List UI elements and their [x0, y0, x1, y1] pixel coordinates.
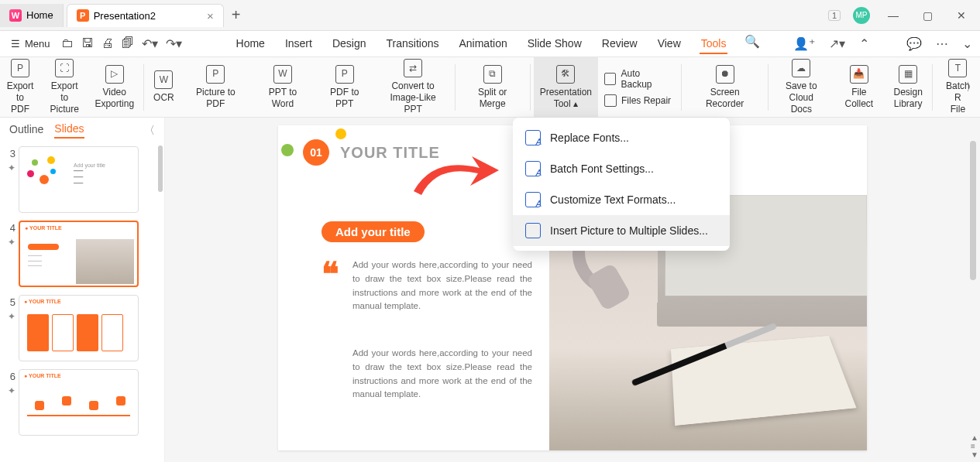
menu-button[interactable]: ☰ Menu [11, 38, 50, 50]
collapse-ribbon-icon[interactable]: ⌃ [859, 36, 869, 51]
quote-icon: ❝ [322, 255, 339, 293]
video-icon: ▷ [105, 65, 124, 84]
thumb-row: 6✦ ● YOUR TITLE [2, 369, 160, 436]
convert-imagelike-button[interactable]: ⇄Convert to Image-Like PPT [375, 57, 452, 117]
export-to-pdf-button[interactable]: PExport to PDF [0, 57, 40, 117]
design-library-button[interactable]: ▦Design Library [887, 57, 928, 117]
print-icon[interactable]: 🖨 [101, 36, 114, 51]
pdf-to-ppt-button[interactable]: PPDF to PPT [315, 57, 375, 117]
comments-icon[interactable]: 💬 [906, 36, 922, 51]
ribbon-bar: ☰ Menu 🗀 🖫 🖨 🗐 ↶▾ ↷▾ Home Insert Design … [0, 31, 980, 57]
main-area: Outline Slides 〈 3✦ Add your title━━━━━━… [0, 118, 980, 462]
save-icon[interactable]: 🖫 [81, 36, 94, 51]
text-format-icon [525, 192, 541, 207]
tab-document-label: Presentation2 [94, 10, 156, 22]
animation-indicator-icon: ✦ [8, 237, 15, 248]
font-settings-icon [525, 161, 541, 176]
tab-home-ribbon[interactable]: Home [235, 34, 266, 54]
word-icon: W [273, 65, 292, 84]
redo-icon[interactable]: ↷▾ [166, 36, 182, 51]
open-folder-icon[interactable]: 🗀 [61, 36, 74, 51]
batch-font-settings-item[interactable]: Batch Font Settings... [513, 153, 730, 184]
animation-indicator-icon: ✦ [8, 385, 15, 396]
tab-document[interactable]: P Presentation2 × [67, 4, 224, 27]
tab-home[interactable]: W Home [0, 4, 64, 27]
close-window-button[interactable]: ✕ [951, 9, 972, 22]
user-add-icon[interactable]: 👤⁺ [793, 36, 815, 51]
ocr-button[interactable]: WOCR [147, 57, 181, 117]
save-cloud-button[interactable]: ☁Save to Cloud Docs [772, 57, 830, 117]
close-tab-icon[interactable]: × [207, 9, 214, 22]
slide-thumbnail-6[interactable]: ● YOUR TITLE [19, 369, 139, 436]
slide-number: 6 [10, 371, 15, 382]
slide-thumbnail-5[interactable]: ● YOUR TITLE [19, 295, 139, 361]
backup-repair-group: Auto Backup Files Repair [598, 68, 678, 107]
wps-logo-icon: W [9, 9, 22, 22]
slide-thumbnail-4[interactable]: ● YOUR TITLE ━━━━━━━━━━━━━━━━━━ [19, 221, 139, 287]
share-icon[interactable]: ↗▾ [829, 36, 845, 51]
split-merge-button[interactable]: ⧉Split or Merge [459, 57, 527, 117]
presentation-tool-dropdown: Replace Fonts... Batch Font Settings... … [513, 118, 730, 251]
export-to-picture-button[interactable]: ⛶Export to Picture [40, 57, 88, 117]
window-count-badge[interactable]: 1 [828, 10, 841, 21]
insert-picture-multiple-item[interactable]: Insert Picture to Multiple Slides... [513, 215, 730, 246]
sidepanel-scrollbar[interactable] [158, 145, 163, 192]
photo-notebook [671, 336, 856, 426]
divider [681, 64, 682, 111]
canvas-scrollbar[interactable]: ▲≡▼ [968, 118, 978, 462]
toolbar-overflow-icon[interactable]: 〉 [966, 80, 977, 94]
slide-thumbnails: 3✦ Add your title━━━━━━━━━ 4✦ ● YOUR TIT… [0, 143, 164, 462]
thumb-row: 4✦ ● YOUR TITLE ━━━━━━━━━━━━━━━━━━ [2, 221, 160, 287]
search-icon[interactable]: 🔍 [744, 34, 760, 54]
scrollbar-thumb[interactable] [970, 141, 976, 280]
screen-recorder-button[interactable]: ⏺Screen Recorder [685, 57, 765, 117]
customize-text-formats-item[interactable]: Customize Text Formats... [513, 184, 730, 215]
new-tab-button[interactable]: + [232, 6, 241, 24]
video-exporting-button[interactable]: ▷Video Exporting [88, 57, 140, 117]
tab-review[interactable]: Review [600, 34, 639, 54]
ribbon-options-icon[interactable]: ⌄ [962, 36, 972, 51]
divider [932, 64, 933, 111]
minimize-button[interactable]: — [882, 9, 904, 22]
tab-animation[interactable]: Animation [457, 34, 508, 54]
auto-backup-button[interactable]: Auto Backup [604, 68, 672, 90]
tab-transitions[interactable]: Transitions [385, 34, 441, 54]
scroll-arrows[interactable]: ▲≡▼ [971, 433, 978, 459]
divider [530, 64, 531, 111]
tab-view[interactable]: View [656, 34, 683, 54]
more-icon[interactable]: ⋯ [936, 36, 948, 51]
pic-pdf-icon: P [206, 65, 225, 84]
divider [455, 64, 456, 111]
undo-icon[interactable]: ↶▾ [142, 36, 158, 51]
batch-icon: T [948, 59, 967, 77]
avatar[interactable]: MP [853, 7, 870, 24]
picture-to-pdf-button[interactable]: PPicture to PDF [181, 57, 251, 117]
presentation-tool-button[interactable]: 🛠Presentation Tool ▴ [534, 57, 598, 117]
tab-slideshow[interactable]: Slide Show [526, 34, 583, 54]
menu-label: Menu [25, 38, 50, 50]
file-collect-button[interactable]: 📥File Collect [830, 57, 887, 117]
files-repair-button[interactable]: Files Repair [604, 94, 672, 107]
tab-insert[interactable]: Insert [284, 34, 314, 54]
collapse-panel-icon[interactable]: 〈 [144, 124, 155, 138]
slide-number: 3 [10, 148, 15, 159]
maximize-button[interactable]: ▢ [916, 9, 938, 22]
outline-tab[interactable]: Outline [9, 123, 43, 138]
split-icon: ⧉ [483, 65, 502, 84]
ppt-icon: P [335, 65, 354, 84]
ribbon-right-controls: 👤⁺ ↗▾ ⌃ 💬 ⋯ ⌄ [793, 36, 972, 51]
tab-home-label: Home [26, 9, 53, 21]
decoration-green-dot [281, 144, 294, 156]
replace-fonts-item[interactable]: Replace Fonts... [513, 122, 730, 153]
slides-tab[interactable]: Slides [54, 122, 84, 139]
chevron-up-icon: ▴ [573, 98, 578, 109]
font-icon [525, 130, 541, 145]
insert-picture-icon [525, 223, 541, 238]
print-preview-icon[interactable]: 🗐 [122, 36, 134, 51]
slide-thumbnail-3[interactable]: Add your title━━━━━━━━━ [19, 146, 139, 213]
tab-design[interactable]: Design [331, 34, 368, 54]
paragraph-2: Add your words here,according to your ne… [352, 347, 532, 402]
tools-toolbar: PExport to PDF ⛶Export to Picture ▷Video… [0, 57, 980, 118]
ppt-to-word-button[interactable]: WPPT to Word [251, 57, 315, 117]
tab-tools[interactable]: Tools [700, 34, 728, 54]
